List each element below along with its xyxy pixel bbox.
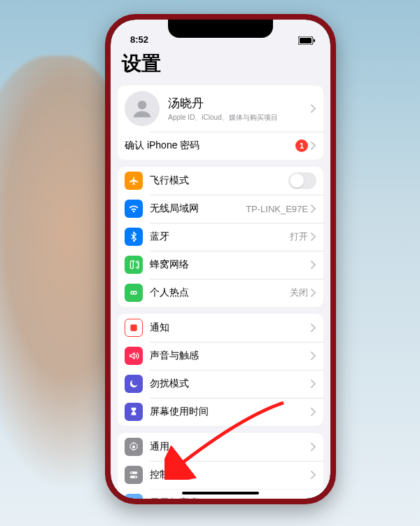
sounds-row[interactable]: 声音与触感 — [118, 342, 323, 370]
wifi-detail: TP-LINK_E97E — [246, 204, 308, 214]
svg-point-9 — [134, 291, 136, 294]
control-center-label: 控制中心 — [150, 469, 311, 481]
control-center-row[interactable]: 控制中心 — [118, 461, 323, 489]
svg-rect-6 — [314, 39, 315, 42]
hotspot-label: 个人热点 — [150, 286, 290, 299]
wifi-label: 无线局域网 — [150, 202, 246, 215]
dnd-label: 勿扰模式 — [150, 378, 311, 390]
svg-rect-13 — [130, 476, 138, 478]
cellular-icon — [125, 256, 143, 274]
hotspot-row[interactable]: 个人热点 关闭 — [118, 279, 323, 307]
verify-passcode-label: 确认 iPhone 密码 — [125, 139, 295, 152]
gear-icon — [125, 438, 143, 456]
display-brightness-label: 显示与亮度 — [150, 497, 311, 499]
chevron-right-icon — [311, 324, 316, 332]
svg-point-15 — [135, 476, 136, 478]
bluetooth-label: 蓝牙 — [150, 230, 290, 243]
profile-name: 汤晓丹 — [168, 95, 311, 111]
bluetooth-detail: 打开 — [290, 230, 308, 243]
moon-icon — [125, 375, 143, 393]
screentime-row[interactable]: 屏幕使用时间 — [118, 398, 323, 426]
chevron-right-icon — [311, 380, 316, 388]
profile-subtitle: Apple ID、iCloud、媒体与购买项目 — [168, 113, 311, 123]
battery-icon — [298, 36, 315, 45]
notifications-icon — [125, 319, 143, 337]
airplane-mode-row[interactable]: 飞行模式 — [118, 167, 323, 195]
svg-rect-10 — [130, 324, 136, 331]
hotspot-icon — [125, 284, 143, 302]
svg-point-11 — [132, 445, 135, 448]
airplane-icon — [125, 172, 143, 190]
dnd-row[interactable]: 勿扰模式 — [118, 370, 323, 398]
svg-point-14 — [131, 472, 132, 473]
bluetooth-icon — [125, 228, 143, 246]
profile-group: 汤晓丹 Apple ID、iCloud、媒体与购买项目 确认 iPhone 密码… — [118, 85, 323, 160]
sounds-icon — [125, 347, 143, 365]
page-title: 设置 — [111, 46, 330, 83]
notch — [168, 20, 273, 38]
sounds-label: 声音与触感 — [150, 349, 311, 362]
status-time: 8:52 — [130, 34, 148, 45]
chevron-right-icon — [311, 261, 316, 269]
chevron-right-icon — [311, 352, 316, 360]
svg-rect-12 — [130, 471, 138, 473]
chevron-right-icon — [311, 205, 316, 213]
screentime-label: 屏幕使用时间 — [150, 406, 311, 418]
chevron-right-icon — [311, 141, 316, 150]
airplane-mode-toggle[interactable] — [288, 172, 316, 189]
chevron-right-icon — [311, 289, 316, 297]
notifications-row[interactable]: 通知 — [118, 314, 323, 342]
verify-passcode-row[interactable]: 确认 iPhone 密码 1 — [118, 132, 323, 160]
notifications-label: 通知 — [150, 321, 311, 334]
cellular-row[interactable]: 蜂窝网络 — [118, 251, 323, 279]
general-row[interactable]: 通用 — [118, 433, 323, 461]
home-indicator[interactable] — [182, 492, 259, 494]
chevron-right-icon — [311, 443, 316, 451]
hotspot-detail: 关闭 — [290, 286, 308, 299]
notifications-group: 通知 声音与触感 勿扰模式 屏幕使用时间 — [118, 314, 323, 426]
wifi-row[interactable]: 无线局域网 TP-LINK_E97E — [118, 195, 323, 223]
svg-rect-5 — [300, 38, 312, 43]
display-icon: A — [125, 494, 143, 499]
apple-id-row[interactable]: 汤晓丹 Apple ID、iCloud、媒体与购买项目 — [118, 85, 323, 132]
toggles-icon — [125, 466, 143, 484]
bluetooth-row[interactable]: 蓝牙 打开 — [118, 223, 323, 251]
svg-point-7 — [138, 101, 147, 110]
chevron-right-icon — [311, 408, 316, 416]
network-group: 飞行模式 无线局域网 TP-LINK_E97E 蓝牙 打开 — [118, 167, 323, 307]
wifi-settings-icon — [125, 200, 143, 218]
chevron-right-icon — [311, 104, 316, 113]
avatar-icon — [125, 91, 160, 126]
chevron-right-icon — [311, 233, 316, 241]
airplane-mode-label: 飞行模式 — [150, 174, 288, 187]
screen: 8:52 设置 汤晓丹 A — [111, 20, 330, 499]
chevron-right-icon — [311, 471, 316, 479]
notification-badge: 1 — [295, 139, 308, 152]
cellular-label: 蜂窝网络 — [150, 258, 311, 271]
hourglass-icon — [125, 403, 143, 421]
general-group: 通用 控制中心 A 显示与亮度 — [118, 433, 323, 499]
general-label: 通用 — [150, 441, 311, 453]
iphone-frame: 8:52 设置 汤晓丹 A — [105, 14, 336, 504]
